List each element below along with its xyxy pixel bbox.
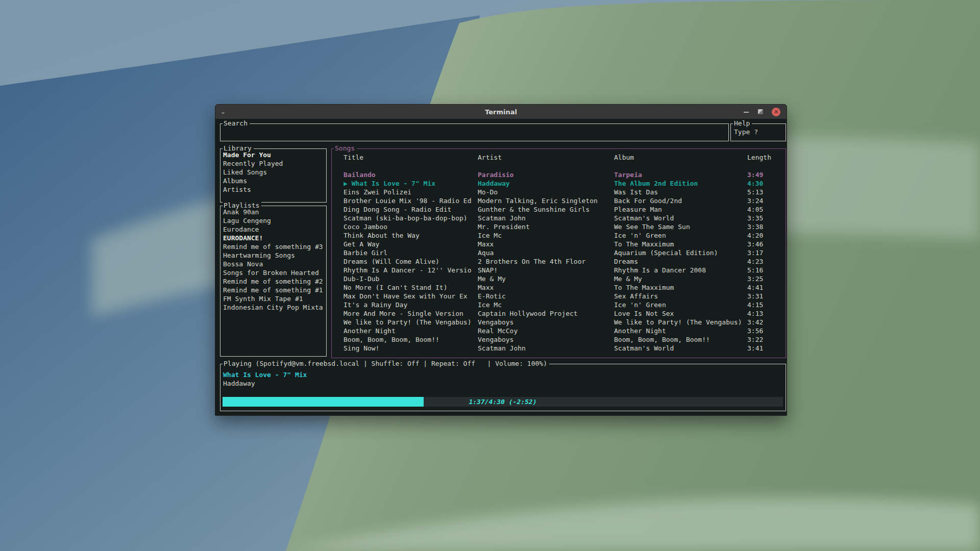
maximize-button[interactable] bbox=[758, 109, 763, 114]
help-panel-label: Help bbox=[733, 119, 752, 128]
song-title: Dreams (Will Come Alive) bbox=[344, 257, 478, 266]
song-title: Eins Zwei Polizei bbox=[344, 188, 478, 196]
song-artist: Ice Mc bbox=[478, 231, 614, 240]
playlist-item[interactable]: Songs for Broken Hearted bbox=[223, 268, 326, 277]
library-item[interactable]: Recently Played bbox=[223, 159, 326, 168]
song-row[interactable]: Eins Zwei PolizeiMo-DoWas Ist Das5:13 bbox=[332, 188, 786, 196]
song-length: 3:35 bbox=[747, 214, 786, 222]
song-album: We See The Same Sun bbox=[614, 222, 747, 231]
progress-bar[interactable]: 1:37/4:30 (-2:52) bbox=[223, 397, 783, 407]
playlist-item[interactable]: Indonesian City Pop Mixta bbox=[223, 303, 326, 312]
song-row[interactable]: Get A WayMaxxTo The Maxximum3:46 bbox=[332, 240, 786, 248]
close-button[interactable]: ✕ bbox=[772, 108, 780, 116]
song-row[interactable]: Dub-I-DubMe & MyMe & My3:25 bbox=[332, 274, 786, 283]
song-artist: Scatman John bbox=[478, 344, 614, 353]
playlist-item[interactable]: Remind me of something #3 bbox=[223, 242, 326, 251]
song-album: Sex Affairs bbox=[614, 292, 747, 300]
song-length: 3:31 bbox=[747, 292, 786, 300]
songs-column-header: Album bbox=[614, 153, 747, 162]
song-title: Boom, Boom, Boom, Boom!! bbox=[344, 335, 478, 344]
close-icon: ✕ bbox=[774, 109, 778, 115]
song-row[interactable]: More And More - Single VersionCaptain Ho… bbox=[332, 309, 786, 318]
song-row[interactable]: It's a Rainy DayIce McIce 'n' Green4:15 bbox=[332, 300, 786, 309]
minimize-button[interactable] bbox=[743, 109, 749, 115]
song-album: Dreams bbox=[614, 257, 747, 266]
song-artist: Gunther & the Sunshine Girls bbox=[478, 205, 614, 214]
song-row[interactable]: Ding Dong Song - Radio EditGunther & the… bbox=[332, 205, 786, 214]
now-playing-track: What Is Love - 7" Mix bbox=[223, 370, 307, 379]
playlist-item[interactable]: Bossa Nova bbox=[223, 260, 326, 268]
playlist-item[interactable]: EURODANCE! bbox=[223, 234, 326, 242]
song-row[interactable]: Coco JambooMr. PresidentWe See The Same … bbox=[332, 222, 786, 231]
song-album: Another Night bbox=[614, 327, 747, 335]
song-title: Brother Louie Mix '98 - Radio Ed bbox=[344, 196, 478, 205]
song-title: Scatman (ski-ba-bop-ba-dop-bop) bbox=[344, 214, 478, 222]
song-length: 5:13 bbox=[747, 188, 786, 196]
playlist-item[interactable]: Lagu Cengeng bbox=[223, 216, 326, 225]
song-artist: Me & My bbox=[478, 274, 614, 283]
song-album: Boom, Boom, Boom, Boom!! bbox=[614, 335, 747, 344]
song-title: Barbie Girl bbox=[344, 248, 478, 257]
song-row[interactable]: Barbie GirlAquaAquarium (Special Edition… bbox=[332, 248, 786, 257]
song-artist: Paradisio bbox=[478, 170, 614, 179]
song-row[interactable]: Another NightReal McCoyAnother Night3:56 bbox=[332, 327, 786, 335]
song-row[interactable]: Rhythm Is A Dancer - 12'' VersioSNAP!Rhy… bbox=[332, 266, 786, 274]
song-length: 4:20 bbox=[747, 231, 786, 240]
spotify-tui: Search Help Type ? Library Made For YouR… bbox=[215, 119, 787, 415]
search-input[interactable] bbox=[220, 124, 728, 128]
song-artist: Vengaboys bbox=[478, 335, 614, 344]
library-item[interactable]: Artists bbox=[223, 185, 326, 194]
song-row[interactable]: Think About the WayIce McIce 'n' Green4:… bbox=[332, 231, 786, 240]
song-row[interactable]: Scatman (ski-ba-bop-ba-dop-bop)Scatman J… bbox=[332, 214, 786, 222]
playlist-item[interactable]: Eurodance bbox=[223, 225, 326, 234]
song-row[interactable]: No More (I Can't Stand It)MaxxTo The Max… bbox=[332, 283, 786, 292]
song-title: ▶ What Is Love - 7" Mix bbox=[344, 179, 478, 188]
song-title: Sing Now! bbox=[344, 344, 478, 353]
song-row[interactable]: Max Don't Have Sex with Your ExE-RoticSe… bbox=[332, 292, 786, 300]
song-album: Was Ist Das bbox=[614, 188, 747, 196]
song-row[interactable]: Brother Louie Mix '98 - Radio EdModern T… bbox=[332, 196, 786, 205]
song-album: We like to Party! (The Vengabus) bbox=[614, 318, 747, 327]
song-album: Me & My bbox=[614, 274, 747, 283]
song-title: Rhythm Is A Dancer - 12'' Versio bbox=[344, 266, 478, 274]
songs-column-header: Title bbox=[344, 153, 478, 162]
song-length: 3:56 bbox=[747, 327, 786, 335]
search-panel-label: Search bbox=[223, 119, 250, 128]
song-row[interactable]: We like to Party! (The Vengabus)Vengaboy… bbox=[332, 318, 786, 327]
titlebar[interactable]: ⌄ Terminal ✕ bbox=[215, 105, 787, 119]
song-length: 5:16 bbox=[747, 266, 786, 274]
library-item[interactable]: Liked Songs bbox=[223, 168, 326, 177]
search-panel[interactable]: Search bbox=[220, 123, 729, 141]
now-playing-label: Playing (Spotifyd@vm.freebsd.local | Shu… bbox=[223, 360, 549, 368]
playlist-item[interactable]: Heartwarming Songs bbox=[223, 251, 326, 260]
song-length: 4:30 bbox=[747, 179, 786, 188]
playlist-item[interactable]: Remind me of something #2 bbox=[223, 277, 326, 286]
song-album: Scatman's World bbox=[614, 214, 747, 222]
song-row[interactable]: Sing Now!Scatman JohnScatman's World3:41 bbox=[332, 344, 786, 353]
song-length: 3:41 bbox=[747, 344, 786, 353]
progress-time: 1:37/4:30 (-2:52) bbox=[223, 397, 783, 407]
song-artist: SNAP! bbox=[478, 266, 614, 274]
song-length: 3:25 bbox=[747, 274, 786, 283]
song-row[interactable]: Dreams (Will Come Alive)2 Brothers On Th… bbox=[332, 257, 786, 266]
window-title: Terminal bbox=[215, 108, 787, 116]
song-artist: Aqua bbox=[478, 248, 614, 257]
song-album: The Album 2nd Edition bbox=[614, 179, 747, 188]
song-row[interactable]: BailandoParadisioTarpeia3:49 bbox=[332, 170, 786, 179]
terminal-window: ⌄ Terminal ✕ Search Help Type ? bbox=[215, 104, 787, 416]
song-title: Think About the Way bbox=[344, 231, 478, 240]
library-panel-label: Library bbox=[223, 144, 254, 153]
song-artist: E-Rotic bbox=[478, 292, 614, 300]
song-artist: 2 Brothers On The 4th Floor bbox=[478, 257, 614, 266]
song-title: Ding Dong Song - Radio Edit bbox=[344, 205, 478, 214]
song-album: Scatman's World bbox=[614, 344, 747, 353]
song-length: 4:13 bbox=[747, 309, 786, 318]
song-row[interactable]: ▶ What Is Love - 7" MixHaddawayThe Album… bbox=[332, 179, 786, 188]
playlist-item[interactable]: FM Synth Mix Tape #1 bbox=[223, 294, 326, 303]
library-item[interactable]: Albums bbox=[223, 177, 326, 185]
song-album: Aquarium (Special Edition) bbox=[614, 248, 747, 257]
song-length: 3:42 bbox=[747, 318, 786, 327]
playlist-item[interactable]: Remind me of something #1 bbox=[223, 286, 326, 294]
song-row[interactable]: Boom, Boom, Boom, Boom!!VengaboysBoom, B… bbox=[332, 335, 786, 344]
window-menu-button[interactable]: ⌄ bbox=[215, 105, 231, 118]
